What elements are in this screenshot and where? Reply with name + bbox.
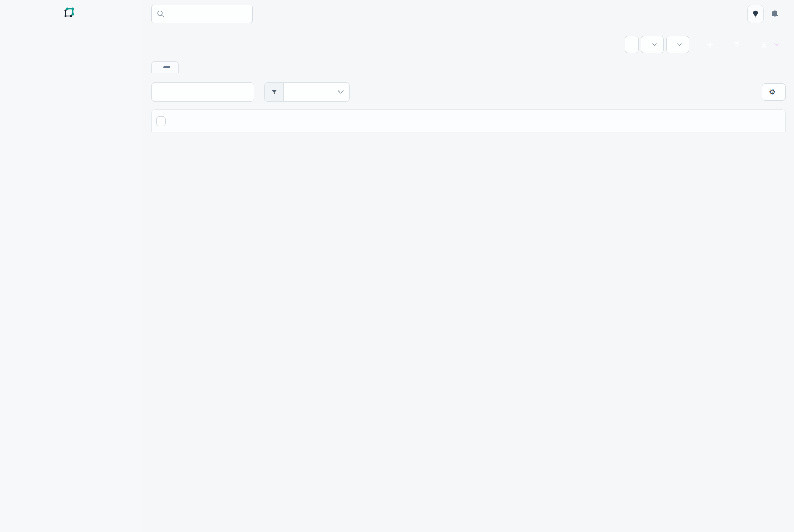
table-toolbar: ⚙: [151, 82, 786, 102]
tab-filters[interactable]: [179, 64, 194, 73]
search-input[interactable]: [151, 5, 253, 23]
download-icon: [761, 41, 767, 48]
main-area: ⚙: [142, 0, 794, 532]
app-root: ⚙: [0, 0, 794, 532]
upload-icon: [734, 41, 740, 48]
prefixes-table: [152, 110, 785, 132]
chevron-down-icon: [652, 43, 657, 46]
lightbulb-icon: [752, 10, 759, 19]
column-header-description: [678, 110, 749, 132]
gear-icon: ⚙: [769, 88, 776, 96]
column-header-children: [297, 110, 333, 132]
saved-filter-control: [264, 82, 350, 102]
table-header-row: [152, 110, 785, 132]
chevron-down-icon: [338, 90, 344, 94]
results-count-badge: [163, 66, 170, 68]
plus-icon: [707, 42, 713, 48]
column-header-vlan: [550, 110, 610, 132]
chevron-down-icon: [677, 43, 682, 46]
tab-results[interactable]: [151, 61, 179, 73]
search-icon: [157, 10, 164, 18]
import-button[interactable]: [728, 36, 750, 53]
theme-toggle-button[interactable]: [747, 5, 764, 23]
content: ⚙: [142, 28, 794, 132]
column-header-role: [610, 110, 678, 132]
prefixes-table-card: [151, 109, 786, 132]
chevron-down-icon: [774, 43, 779, 46]
select-all-checkbox[interactable]: [156, 116, 166, 126]
page-header: [151, 36, 786, 53]
bell-icon: [770, 9, 779, 19]
sidebar: [0, 0, 142, 532]
filter-funnel-button[interactable]: [265, 83, 284, 101]
saved-filter-select[interactable]: [284, 83, 349, 101]
hide-depth-indicators-button[interactable]: [625, 36, 639, 53]
quick-search-input[interactable]: [151, 82, 254, 102]
brand: [0, 5, 142, 21]
add-button[interactable]: [701, 36, 723, 53]
column-header-tenant: [411, 110, 486, 132]
global-search: [151, 5, 253, 23]
column-header-status: [252, 110, 297, 132]
notifications-button[interactable]: [770, 9, 779, 19]
tab-bar: [151, 61, 786, 73]
column-header-vrf: [333, 110, 411, 132]
configure-table-button[interactable]: ⚙: [762, 83, 786, 101]
column-header-site: [486, 110, 550, 132]
max-length-dropdown[interactable]: [666, 36, 689, 53]
funnel-icon: [271, 89, 278, 96]
export-dropdown[interactable]: [755, 36, 786, 53]
column-header-prefix: [170, 110, 252, 132]
topbar: [142, 0, 794, 28]
netbox-logo-icon: [62, 5, 76, 21]
max-depth-dropdown[interactable]: [641, 36, 664, 53]
